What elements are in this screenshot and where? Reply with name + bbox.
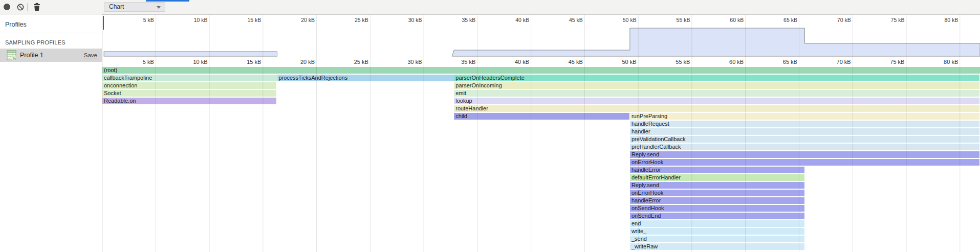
svg-text:%: % [13,56,16,60]
flame-frame[interactable]: onSendHook [630,205,804,212]
active-tab-indicator [146,0,189,2]
ruler-tick: 5 kB [143,59,154,65]
flame-frame[interactable]: onErrorHook [630,159,980,166]
delete-profile-button[interactable] [32,2,42,12]
flame-frame[interactable]: Readable.on [102,98,276,104]
ruler-tick: 80 kB [944,17,958,23]
flame-frame[interactable]: handleError [630,167,804,173]
ruler-tick: 5 kB [143,17,154,23]
overview-left-handle[interactable] [103,16,104,30]
flame-frame[interactable]: processTicksAndRejections [277,75,454,81]
ruler-tick: 25 kB [355,17,368,23]
sampling-profiles-heading: SAMPLING PROFILES [0,33,102,45]
flame-frame[interactable]: Socket [102,90,276,97]
flame-frame[interactable]: onSendEnd [630,213,804,219]
ruler-tick: 70 kB [837,59,851,65]
flame-frame[interactable]: runPreParsing [630,113,980,120]
ruler-tick: 35 kB [462,17,475,23]
flame-frame[interactable]: parserOnIncoming [454,82,979,89]
flame-frame[interactable]: onconnection [102,82,276,89]
ruler-tick: 50 kB [622,59,637,65]
ruler-tick: 20 kB [300,59,315,65]
flame-frame[interactable]: _writeRaw [630,243,804,250]
ruler-tick: 60 kB [730,17,744,23]
chevron-down-icon [157,6,161,9]
ruler-tick: 50 kB [623,17,637,23]
toolbar-separator [27,3,28,11]
ruler-tick: 30 kB [407,59,422,65]
flame-frame[interactable]: _send [630,236,804,242]
ruler-tick: 15 kB [247,59,261,65]
ruler-tick: 10 kB [193,59,207,65]
clear-button[interactable] [16,2,26,12]
view-mode-select[interactable]: Chart [104,2,165,12]
flame-frame[interactable]: defaultErrorHandler [630,174,804,181]
flame-frame[interactable]: preHandlerCallback [630,144,980,150]
ruler-tick: 70 kB [837,17,851,23]
sidebar-item-profile-1[interactable]: % Profile 1 Save [0,49,102,62]
circle-slash-icon [16,2,25,11]
flame-frame[interactable]: preValidationCallback [630,136,980,143]
flame-frame[interactable]: onErrorHook [630,190,804,196]
ruler-tick: 75 kB [891,17,905,23]
flame-frame[interactable]: (root) [102,67,980,74]
ruler-tick: 40 kB [515,59,529,65]
flame-frame[interactable]: write_ [630,228,804,235]
ruler-tick: 35 kB [461,59,475,65]
flame-frame[interactable]: parserOnHeadersComplete [454,75,979,81]
flame-frame[interactable]: handler [630,128,980,135]
ruler-tick: 55 kB [676,59,690,65]
flame-chart: (root)callbackTrampolineprocessTicksAndR… [102,67,980,252]
trash-icon [32,2,41,12]
flame-frame[interactable]: routeHandler [454,105,979,112]
kb-ruler: 5 kB10 kB15 kB20 kB25 kB30 kB35 kB40 kB4… [102,57,980,67]
view-mode-value: Chart [109,3,124,10]
flame-frame[interactable]: Reply.send [630,182,804,189]
ruler-tick: 15 kB [247,17,261,23]
ruler-tick: 45 kB [569,17,583,23]
ruler-tick: 10 kB [194,17,208,23]
ruler-tick: 20 kB [301,17,315,23]
toolbar: Chart [0,0,980,14]
ruler-tick: 75 kB [890,59,904,65]
chart-pane: 5 kB10 kB15 kB20 kB25 kB30 kB35 kB40 kB4… [102,14,980,252]
flame-frame[interactable]: handleError [630,197,804,204]
flame-frame[interactable]: handleRequest [630,121,980,127]
ruler-tick: 45 kB [569,59,583,65]
sidebar-title: Profiles [0,14,102,28]
profile-name: Profile 1 [20,52,43,59]
flame-frame[interactable]: callbackTrampoline [102,75,277,81]
flame-frame[interactable]: emit [454,90,979,97]
ruler-tick: 40 kB [515,17,529,23]
profile-table-icon: % [7,50,16,62]
flame-frame[interactable]: child [454,113,629,120]
ruler-tick: 65 kB [783,17,797,23]
flame-frame[interactable]: lookup [454,98,979,104]
record-button[interactable] [4,4,10,10]
ruler-tick: 55 kB [677,17,690,23]
flame-frame[interactable]: end [630,220,804,227]
ruler-tick: 25 kB [354,59,368,65]
save-profile-link[interactable]: Save [84,52,97,58]
ruler-tick: 30 kB [408,17,422,23]
ruler-tick: 65 kB [783,59,797,65]
memory-overview[interactable]: 5 kB10 kB15 kB20 kB25 kB30 kB35 kB40 kB4… [102,15,980,57]
ruler-tick: 80 kB [944,59,958,65]
devtools-profiler-panel: { "toolbar": { "chart_select": { "value"… [0,0,980,252]
profiles-sidebar: Profiles SAMPLING PROFILES % Profile 1 S… [0,14,102,252]
ruler-tick: 60 kB [729,59,744,65]
flame-frame[interactable]: Reply.send [630,151,980,158]
